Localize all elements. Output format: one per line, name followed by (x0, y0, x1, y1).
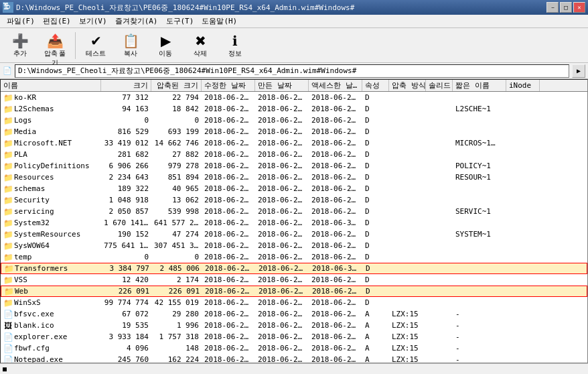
file-cell: 2018-06-23… (255, 127, 309, 137)
table-row[interactable]: 📄explorer.exe3 933 1841 757 3182018-06-2… (1, 331, 587, 342)
menu-item-a[interactable]: 즐겨찾기(A) (111, 15, 162, 27)
address-go-button[interactable]: ▶ (572, 64, 585, 78)
file-cell: A (362, 320, 389, 330)
table-row[interactable]: 📁Security1 048 91813 0622018-06-23…2018-… (1, 194, 587, 206)
col-header-size[interactable]: 크기 (101, 80, 151, 91)
file-cell (453, 223, 506, 224)
col-header-short[interactable]: 짧은 이름 (453, 80, 506, 91)
table-row[interactable]: 🖼blank.ico19 5351 9962018-06-23…2018-06-… (1, 320, 587, 331)
table-row[interactable]: 📁temp002018-06-23…2018-06-23…2018-06-22…… (1, 251, 587, 263)
file-cell: MICROS~1… (453, 138, 506, 148)
menu-item-t[interactable]: 도구(T) (162, 15, 198, 27)
table-row[interactable]: 📁ko-KR77 31222 7942018-06-23…2018-06-23…… (1, 92, 587, 103)
table-row[interactable]: 📁WinSxS99 774 77442 155 0192018-06-23…20… (1, 297, 587, 308)
table-row[interactable]: 📁SystemResources190 15247 2742018-06-23…… (1, 229, 587, 240)
file-cell: 2018-06-22… (309, 138, 362, 148)
col-header-made[interactable]: 만든 날짜 (255, 80, 309, 91)
file-cell: 📁Security (1, 195, 101, 206)
file-cell (453, 257, 506, 258)
file-cell (506, 166, 540, 167)
menu-item-v[interactable]: 보기(V) (75, 15, 111, 27)
toolbar-move-button[interactable]: ▶이동 (149, 31, 181, 60)
table-row[interactable]: 📁System321 670 141 13…641 577 2522018-06… (1, 217, 587, 229)
menu-item-h[interactable]: 도움말(H) (198, 15, 241, 27)
file-cell (426, 154, 453, 155)
file-cell: 2018-06-23… (202, 309, 255, 319)
close-button[interactable]: ✕ (573, 2, 585, 13)
table-row[interactable]: 📁schemas189 32240 9652018-06-23…2018-06-… (1, 183, 587, 194)
file-cell: 0 (151, 252, 202, 262)
delete-icon: ✖ (190, 33, 211, 49)
file-cell: 40 965 (151, 184, 202, 194)
file-cell: A (362, 343, 389, 353)
file-cell: D (362, 229, 389, 239)
file-cell: 2018-06-23… (309, 355, 362, 363)
file-cell (506, 257, 540, 258)
file-cell: 641 577 252 (151, 218, 202, 228)
file-cell (507, 268, 540, 269)
file-cell: 0 (101, 252, 151, 262)
table-row[interactable]: 📁servicing2 050 857539 9982018-06-23…201… (1, 206, 587, 217)
file-cell: 2018-06-23… (202, 286, 256, 296)
table-row[interactable]: 📁VSS12 4202 1742018-06-23…2018-06-23…201… (1, 274, 587, 286)
table-row[interactable]: 📁PLA281 68227 8822018-06-23…2018-06-23…2… (1, 149, 587, 160)
menu-item-f[interactable]: 파일(F) (3, 15, 39, 27)
file-cell: 2 050 857 (101, 206, 151, 216)
col-header-acc[interactable]: 액세스한 날… (309, 80, 362, 91)
table-row[interactable]: 📄fbwf.cfg4 0961482018-06-23…2018-06-23…2… (1, 342, 587, 354)
file-cell: LZX:15 (389, 309, 426, 319)
maximize-button[interactable]: □ (560, 2, 572, 13)
file-cell (426, 314, 453, 315)
file-cell: 📁Resources (1, 172, 101, 183)
col-header-name[interactable]: 이름 (1, 80, 101, 91)
file-cell (506, 131, 540, 133)
file-cell (389, 245, 426, 247)
file-cell (389, 143, 426, 144)
table-row[interactable]: 📄Notepad.exe245 760162 2242018-06-23…201… (1, 354, 587, 363)
col-header-mod[interactable]: 수정한 날짜 (202, 80, 255, 91)
file-cell: 19 535 (101, 320, 151, 330)
col-header-attr[interactable]: 속성 (362, 80, 389, 91)
table-row[interactable]: 📁Media816 529693 1992018-06-23…2018-06-2… (1, 126, 587, 137)
file-cell: 📁WinSxS (1, 298, 101, 308)
file-cell: 2018-06-23… (255, 115, 309, 125)
toolbar-info-button[interactable]: ℹ정보 (219, 31, 251, 60)
toolbar-test-button[interactable]: ✔테스트 (80, 31, 112, 60)
file-cell: 2018-06-23… (255, 229, 309, 239)
file-cell (426, 97, 453, 99)
file-cell: 📁PolicyDefinitions (1, 161, 101, 172)
file-cell: D (362, 149, 389, 160)
table-row[interactable]: 📁Resources2 234 643851 8942018-06-23…201… (1, 172, 587, 183)
file-cell: 2018-06-23… (202, 92, 255, 103)
status-bar: ■ (0, 363, 588, 374)
file-cell: 190 152 (101, 229, 151, 239)
file-cell (426, 279, 453, 281)
table-row[interactable]: 📁Microsoft.NET33 419 01214 662 7462018-0… (1, 137, 587, 149)
table-row[interactable]: 📁SysWOW64775 641 127307 451 3982018-06-2… (1, 240, 587, 251)
minimize-button[interactable]: － (546, 2, 559, 13)
col-header-inode[interactable]: iNode (506, 80, 540, 91)
table-row[interactable]: 📁Logs002018-06-23…2018-06-23…2018-06-22…… (1, 115, 587, 126)
file-cell (389, 109, 426, 110)
table-row[interactable]: 📁PolicyDefinitions6 906 266979 2782018-0… (1, 160, 587, 172)
menu-item-e[interactable]: 편집(E) (39, 15, 75, 27)
address-icon: 📄 (3, 66, 12, 75)
col-header-solid[interactable]: 솔리드 (426, 80, 453, 91)
table-row[interactable]: 📁Transformers3 384 7972 485 0062018-06-2… (1, 263, 587, 274)
table-row[interactable]: 📁Web226 091226 0912018-06-23…2018-06-23…… (1, 286, 587, 297)
file-cell (389, 154, 426, 155)
unpack-icon: 📤 (44, 33, 66, 49)
table-row[interactable]: 📄bfsvc.exe67 07229 2802018-06-23…2018-06… (1, 308, 587, 320)
toolbar-delete-button[interactable]: ✖삭제 (184, 31, 216, 60)
toolbar-copy-button[interactable]: 📋복사 (115, 31, 147, 60)
file-cell: D (363, 286, 390, 296)
toolbar-add-button[interactable]: ➕추가 (4, 31, 36, 60)
file-cell: 4 096 (101, 343, 151, 353)
col-header-csize[interactable]: 압축된 크기 (151, 80, 202, 91)
address-input[interactable] (15, 64, 569, 78)
table-row[interactable]: 📁L2Schemas94 16318 8422018-06-23…2018-06… (1, 103, 587, 115)
col-header-comp[interactable]: 압축 방식 (389, 80, 426, 91)
file-cell: A (362, 355, 389, 363)
toolbar-unpack-button[interactable]: 📤압축 풀기 (39, 31, 71, 60)
file-cell (426, 120, 453, 121)
